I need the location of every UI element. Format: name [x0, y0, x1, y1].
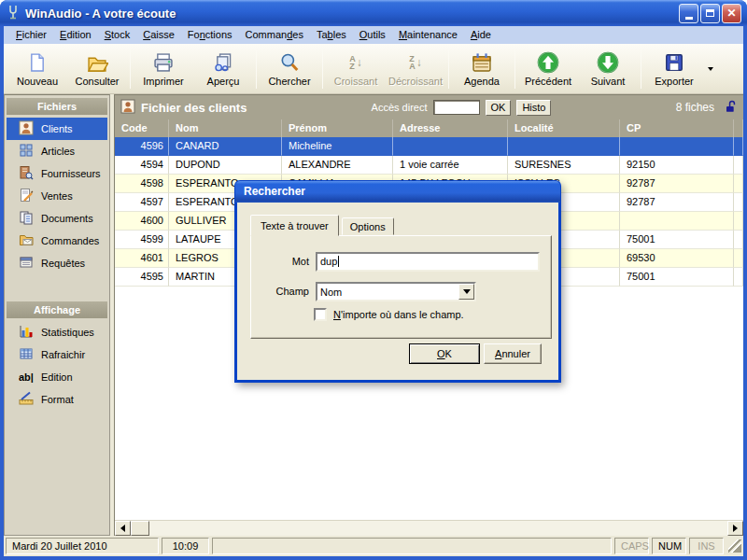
ruler-pencil-icon — [19, 391, 34, 408]
acces-direct-input[interactable] — [433, 100, 480, 115]
sidebar-item-documents[interactable]: Documents — [7, 207, 107, 230]
column-header-localite[interactable]: Localité — [508, 119, 620, 137]
toolbar-button-agenda[interactable]: Agenda — [452, 47, 512, 91]
column-header-cp[interactable]: CP — [620, 119, 734, 137]
menu-item-stock[interactable]: Stock — [98, 26, 137, 44]
toolbar-button-imprimer[interactable]: Imprimer — [134, 47, 193, 91]
status-time: 10:09 — [162, 538, 209, 554]
close-button[interactable]: ✕ — [722, 4, 741, 23]
status-bar: Mardi 20 Juillet 2010 10:09 CAPS NUM INS — [4, 536, 743, 556]
table-row[interactable]: 4594DUPONDALEXANDRE1 voie carréeSURESNES… — [115, 156, 743, 175]
menu-item-tables[interactable]: Tables — [310, 26, 353, 44]
title-bar: WinAudio - A votre écoute ✕ — [0, 0, 747, 26]
toolbar-separator — [130, 49, 131, 89]
mot-input[interactable]: dup — [316, 252, 540, 272]
calendar-icon — [471, 51, 493, 74]
tab-texte-a-trouver[interactable]: Texte à trouver — [250, 215, 339, 236]
tab-options[interactable]: Options — [342, 217, 394, 235]
column-header-code[interactable]: Code — [115, 119, 169, 137]
ok-button[interactable]: OK — [409, 343, 480, 364]
toolbar-separator — [256, 49, 257, 89]
column-header-prenom[interactable]: Prénom — [282, 119, 393, 137]
acces-direct-label: Accès direct — [372, 102, 428, 113]
toolbar-button-precedent[interactable]: Précédent — [518, 47, 578, 91]
sidebar-item-rafraichir[interactable]: Rafraichir — [7, 343, 107, 366]
toolbar-button-exporter[interactable]: Exporter — [644, 47, 704, 91]
sidebar-section-fichiers: Fichiers — [7, 98, 107, 115]
sidebar-item-requetes[interactable]: Requêtes — [7, 252, 107, 274]
query-window-icon — [19, 255, 34, 272]
sidebar-item-fournisseurs[interactable]: Fournisseurs — [7, 162, 107, 185]
annuler-button[interactable]: Annuler — [484, 343, 542, 364]
champ-dropdown[interactable]: Nom — [316, 282, 476, 301]
menu-item-maintenance[interactable]: Maintenance — [392, 26, 464, 44]
sidebar: Fichiers Clients Articles Fournisseurs V… — [4, 94, 110, 536]
sidebar-item-format[interactable]: Format — [7, 388, 107, 411]
menu-item-edition[interactable]: Edition — [53, 26, 98, 44]
checkbox-label: N'importe où dans le champ. — [333, 309, 464, 320]
minimize-button[interactable] — [679, 4, 698, 23]
toolbar-button-nouveau[interactable]: Nouveau — [7, 47, 67, 91]
menu-item-caisse[interactable]: Caisse — [136, 26, 181, 44]
sidebar-item-articles[interactable]: Articles — [7, 140, 107, 162]
resize-grip[interactable] — [728, 539, 741, 553]
menu-item-fonctions[interactable]: Fonctions — [181, 26, 239, 44]
champ-selected-value: Nom — [317, 287, 458, 298]
sort-descending-icon: ZA↓ — [409, 51, 422, 74]
app-icon — [6, 5, 21, 21]
record-count: 8 fiches — [676, 101, 714, 114]
toolbar-button-apercu[interactable]: Aperçu — [193, 47, 253, 91]
sidebar-item-statistiques[interactable]: Statistiques — [7, 321, 107, 343]
dialog-title: Rechercher — [244, 185, 305, 198]
maximize-button[interactable] — [700, 4, 720, 23]
scrollbar-track[interactable] — [149, 521, 727, 536]
ledger-book-icon — [19, 165, 34, 182]
dialog-title-bar[interactable]: Rechercher — [234, 180, 561, 203]
column-header-adresse[interactable]: Adresse — [393, 119, 508, 137]
previous-up-icon — [537, 51, 559, 74]
scroll-left-button[interactable] — [115, 521, 131, 536]
sidebar-item-ventes[interactable]: Ventes — [7, 185, 107, 207]
column-header-nom[interactable]: Nom — [169, 119, 282, 137]
mot-label: Mot — [275, 256, 309, 267]
next-down-icon — [597, 51, 619, 74]
nimporte-ou-checkbox[interactable] — [314, 308, 327, 321]
main-header-bar: Fichier des clients Accès direct OK Hist… — [115, 95, 743, 119]
bar-chart-icon — [19, 324, 34, 341]
new-document-icon — [27, 51, 48, 74]
text-cursor — [338, 256, 339, 267]
toolbar-button-consulter[interactable]: Consulter — [67, 47, 127, 91]
export-floppy-icon — [664, 51, 684, 74]
toolbar-separator — [641, 49, 641, 89]
sidebar-item-edition[interactable]: ab| Edition — [7, 366, 107, 388]
status-message-area — [212, 538, 612, 554]
toolbar-separator — [514, 49, 515, 89]
menu-bar: Fichier Edition Stock Caisse Fonctions C… — [4, 26, 743, 44]
toolbar-button-suivant[interactable]: Suivant — [578, 47, 638, 91]
acces-direct-ok-button[interactable]: OK — [486, 100, 512, 116]
menu-item-outils[interactable]: Outils — [353, 26, 392, 44]
exporter-dropdown-arrow[interactable] — [704, 50, 717, 88]
sidebar-item-clients[interactable]: Clients — [7, 118, 107, 140]
open-folder-icon — [86, 51, 108, 74]
menu-item-fichier[interactable]: Fichier — [9, 26, 53, 44]
dropdown-arrow-button[interactable] — [458, 284, 474, 300]
ab-text-icon: ab| — [19, 371, 34, 383]
table-header-row: Code Nom Prénom Adresse Localité CP — [115, 119, 743, 137]
toolbar-separator — [322, 49, 323, 89]
sidebar-section-affichage: Affichage — [7, 301, 107, 318]
print-preview-icon — [212, 51, 234, 74]
menu-item-commandes[interactable]: Commandes — [239, 26, 310, 44]
rechercher-dialog: Rechercher Texte à trouver Options Mot d… — [234, 180, 561, 383]
toolbar-button-chercher[interactable]: Chercher — [260, 47, 319, 91]
menu-item-aide[interactable]: Aide — [464, 26, 498, 44]
horizontal-scrollbar — [115, 520, 743, 536]
page-title: Fichier des clients — [141, 101, 247, 115]
scroll-right-button[interactable] — [727, 521, 743, 536]
sidebar-item-commandes[interactable]: Commandes — [7, 230, 107, 252]
person-icon — [19, 120, 34, 137]
histo-button[interactable]: Histo — [516, 100, 551, 116]
scrollbar-thumb[interactable] — [131, 521, 149, 536]
unlock-padlock-icon[interactable] — [724, 99, 738, 116]
table-row[interactable]: 4596CANARDMicheline — [115, 137, 743, 156]
